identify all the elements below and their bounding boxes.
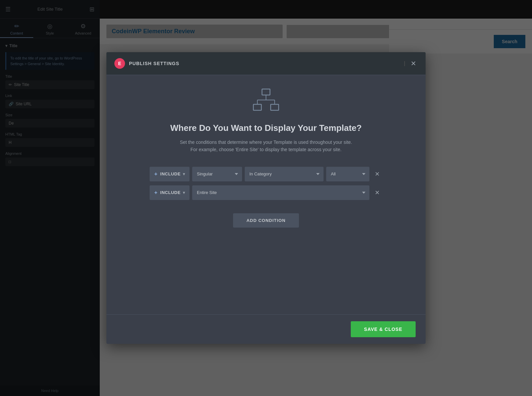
condition-2-include-label: INCLUDE	[160, 190, 181, 195]
modal-subtext-1: Set the conditions that determine where …	[180, 139, 352, 153]
save-close-button[interactable]: SAVE & CLOSE	[351, 321, 416, 337]
condition-1-remove-button[interactable]: ✕	[372, 170, 382, 178]
condition-2-chevron-icon: ▾	[183, 190, 185, 195]
modal-heading: Where Do You Want to Display Your Templa…	[170, 123, 362, 133]
conditions-area: + INCLUDE ▾ Singular In Category All ✕	[150, 167, 382, 200]
add-condition-button[interactable]: ADD CONDITION	[233, 213, 299, 228]
subtext-line1: Set the conditions that determine where …	[180, 140, 352, 145]
subtext-line2: For example, choose 'Entire Site' to dis…	[191, 147, 341, 152]
modal-body: Where Do You Want to Display Your Templa…	[106, 75, 426, 314]
svg-rect-0	[262, 89, 270, 95]
condition-2-remove-button[interactable]: ✕	[372, 188, 382, 197]
condition-1-include-button[interactable]: + INCLUDE ▾	[150, 167, 190, 181]
svg-rect-2	[271, 104, 279, 110]
publish-settings-modal: E PUBLISH SETTINGS | ✕ Where Do	[106, 52, 426, 344]
condition-2-plus-icon: +	[154, 190, 158, 196]
elementor-logo-text: E	[118, 61, 121, 66]
modal-divider: |	[404, 60, 405, 66]
modal-close-button[interactable]: ✕	[409, 59, 418, 68]
modal-header-left: E PUBLISH SETTINGS	[114, 58, 179, 69]
condition-row-1: + INCLUDE ▾ Singular In Category All ✕	[150, 167, 382, 181]
condition-2-entire-site-select[interactable]: Entire Site	[192, 185, 369, 200]
condition-1-chevron-icon: ▾	[183, 172, 185, 176]
modal-title: PUBLISH SETTINGS	[129, 61, 179, 66]
condition-1-value-select[interactable]: All	[326, 167, 369, 181]
elementor-logo: E	[114, 58, 125, 69]
condition-1-category-select[interactable]: In Category	[245, 167, 324, 181]
condition-1-type-select[interactable]: Singular	[192, 167, 242, 181]
template-display-icon	[253, 88, 279, 113]
condition-2-include-button[interactable]: + INCLUDE ▾	[150, 185, 190, 200]
condition-1-include-label: INCLUDE	[160, 171, 181, 176]
condition-1-plus-icon: +	[154, 171, 158, 177]
modal-footer: SAVE & CLOSE	[106, 314, 426, 344]
svg-rect-1	[253, 104, 261, 110]
hierarchy-icon	[253, 88, 279, 112]
condition-row-2: + INCLUDE ▾ Entire Site ✕	[150, 185, 382, 200]
modal-header: E PUBLISH SETTINGS | ✕	[106, 52, 426, 75]
